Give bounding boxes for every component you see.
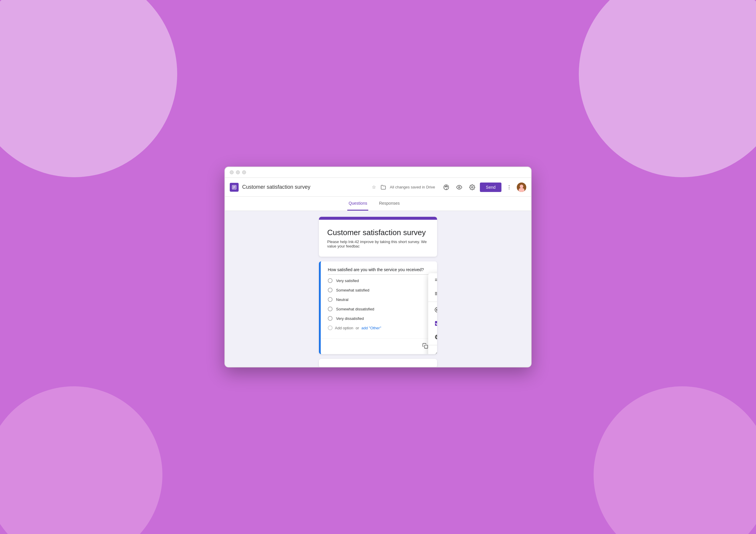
form-card-body: Customer satisfaction survey Please help…: [319, 220, 437, 257]
traffic-lights: [230, 171, 246, 174]
traffic-light-close[interactable]: [230, 171, 233, 174]
bg-decoration-tr: [579, 0, 756, 177]
app-icon: [230, 183, 239, 192]
svg-point-24: [436, 308, 437, 311]
settings-button[interactable]: [467, 182, 477, 193]
option-label-3: Neutral: [336, 297, 348, 302]
radio-add: [328, 326, 333, 330]
form-title-card: Customer satisfaction survey Please help…: [319, 217, 437, 257]
tab-bar: Questions Responses: [225, 197, 531, 211]
bg-decoration-tl: [0, 0, 177, 177]
menu-item-checkboxes[interactable]: Checkboxes: [428, 317, 437, 330]
svg-point-7: [446, 185, 447, 186]
svg-point-13: [509, 188, 510, 189]
star-icon[interactable]: ☆: [371, 184, 377, 190]
traffic-light-minimize[interactable]: [236, 171, 240, 174]
bg-decoration-br: [594, 386, 756, 534]
menu-item-file-upload[interactable]: File upload: [428, 346, 437, 354]
checkboxes-icon: [434, 320, 437, 327]
menu-divider-1: [428, 302, 437, 302]
svg-point-12: [509, 187, 510, 188]
option-row-2: Somewhat satisfied: [328, 285, 430, 295]
tab-responses[interactable]: Responses: [378, 197, 401, 211]
radio-3[interactable]: [328, 297, 333, 302]
dropdown-menu: Short answer Paragraph: [428, 273, 437, 354]
folder-icon[interactable]: [380, 184, 386, 190]
paragraph-icon: [434, 290, 437, 297]
option-label-2: Somewhat satisfied: [336, 288, 369, 292]
option-label-5: Very dissatisfied: [336, 316, 364, 321]
menu-item-paragraph[interactable]: Paragraph: [428, 287, 437, 300]
avatar[interactable]: [517, 182, 526, 192]
form-card-accent: [319, 217, 437, 220]
dropdown-icon: [434, 334, 437, 340]
option-row-4: Somewhat dissatisfied: [328, 304, 430, 314]
option-label-4: Somewhat dissatisfied: [336, 307, 374, 311]
menu-item-short-answer[interactable]: Short answer: [428, 273, 437, 287]
send-button[interactable]: Send: [480, 182, 501, 192]
or-text: or: [356, 326, 359, 330]
main-content: Customer satisfaction survey Please help…: [225, 211, 531, 367]
title-bar: [225, 167, 531, 178]
saved-text: All changes saved in Drive: [390, 185, 435, 189]
svg-point-10: [472, 186, 473, 188]
app-bar: Customer satisfaction survey ☆ All chang…: [225, 178, 531, 197]
menu-item-multiple-choice[interactable]: Multiple choice: [428, 303, 437, 317]
radio-5[interactable]: [328, 316, 333, 321]
radio-2[interactable]: [328, 288, 333, 292]
option-label-1: Very satisfied: [336, 279, 359, 283]
app-title: Customer satisfaction survey: [242, 184, 367, 190]
question-card: How satisfied are you with the service y…: [319, 261, 437, 354]
radio-1[interactable]: [328, 278, 333, 283]
add-option-text[interactable]: Add option: [335, 326, 353, 330]
multiple-choice-icon: [434, 307, 437, 313]
file-upload-icon: [434, 350, 437, 354]
more-options-button[interactable]: [504, 182, 514, 193]
palette-button[interactable]: [441, 182, 451, 193]
menu-divider-2: [428, 345, 437, 345]
preview-button[interactable]: [454, 182, 465, 193]
svg-point-11: [509, 185, 510, 186]
svg-point-6: [445, 186, 446, 187]
question-card-partial: [319, 359, 437, 367]
question-body: How satisfied are you with the service y…: [321, 261, 437, 338]
svg-point-15: [520, 185, 523, 188]
short-answer-icon: [434, 277, 437, 283]
tab-questions[interactable]: Questions: [347, 197, 368, 211]
traffic-light-maximize[interactable]: [242, 171, 246, 174]
add-option-row: Add option or add "Other": [328, 323, 430, 333]
app-bar-actions: Send: [441, 182, 526, 193]
form-title: Customer satisfaction survey: [327, 228, 429, 237]
question-text: How satisfied are you with the service y…: [328, 267, 430, 275]
form-description: Please help Ink-42 improve by taking thi…: [327, 240, 429, 248]
question-footer: [321, 338, 437, 354]
svg-point-9: [459, 186, 460, 188]
radio-4[interactable]: [328, 307, 333, 311]
add-other-link[interactable]: add "Other": [362, 326, 381, 330]
browser-window: Customer satisfaction survey ☆ All chang…: [225, 167, 531, 367]
option-row-1: Very satisfied: [328, 276, 430, 285]
menu-item-dropdown[interactable]: Dropdown: [428, 330, 437, 344]
bg-decoration-bl: [0, 386, 162, 534]
option-row-5: Very dissatisfied: [328, 314, 430, 323]
svg-point-8: [447, 186, 448, 187]
option-row-3: Neutral: [328, 295, 430, 304]
svg-rect-17: [425, 345, 428, 349]
